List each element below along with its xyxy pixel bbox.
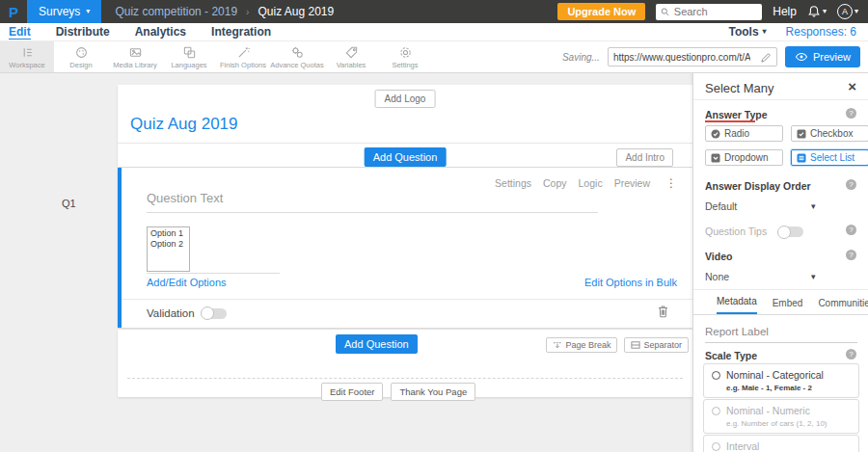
validation-toggle[interactable] bbox=[202, 308, 227, 319]
page-break-icon bbox=[553, 340, 562, 350]
answer-area-underline bbox=[147, 273, 280, 274]
chevron-down-icon: ▾ bbox=[854, 8, 858, 15]
toolbar-item-advance-quotas[interactable]: Advance Quotas bbox=[270, 41, 324, 72]
question-settings-link[interactable]: Settings bbox=[495, 177, 531, 189]
select-list-preview[interactable]: Option 1 Option 2 bbox=[147, 226, 190, 272]
toolbar-item-workspace[interactable]: Workspace bbox=[0, 41, 54, 72]
toolbar-item-settings[interactable]: Settings bbox=[378, 41, 432, 72]
video-help-icon[interactable]: ? bbox=[846, 250, 856, 260]
scale-option-nominal-categorical[interactable]: Nominal - Categorical e.g. Male - 1, Fem… bbox=[703, 363, 859, 398]
tools-menu-button[interactable]: Tools▾ bbox=[728, 25, 766, 39]
answer-type-label-text: Radio bbox=[724, 128, 749, 139]
search-input[interactable] bbox=[674, 6, 757, 17]
preview-button[interactable]: Preview bbox=[785, 46, 860, 67]
radio-icon[interactable] bbox=[712, 407, 720, 415]
edit-url-button[interactable] bbox=[755, 51, 776, 64]
dropdown-icon bbox=[711, 153, 720, 163]
nav-tab-edit[interactable]: Edit bbox=[9, 25, 31, 40]
media-library-icon bbox=[128, 45, 143, 60]
delete-question-button[interactable] bbox=[657, 305, 669, 322]
scale-option-interval[interactable]: Interval bbox=[703, 435, 859, 452]
toolbar-item-design[interactable]: Design bbox=[54, 41, 108, 72]
question-tips-help-icon[interactable]: ? bbox=[846, 225, 856, 235]
add-question-button-top[interactable]: Add Question bbox=[365, 147, 447, 167]
answer-display-order-select[interactable]: Default bbox=[705, 200, 737, 212]
question-copy-link[interactable]: Copy bbox=[543, 177, 567, 189]
answer-type-checkbox-button[interactable]: Checkbox bbox=[791, 125, 868, 142]
nav-tab-distribute[interactable]: Distribute bbox=[56, 25, 110, 39]
validation-label: Validation bbox=[147, 307, 195, 319]
question-actions: Settings Copy Logic Preview ⋮ bbox=[495, 176, 677, 190]
answer-type-select-list-button[interactable]: Select List bbox=[791, 149, 868, 166]
question-preview-link[interactable]: Preview bbox=[614, 177, 650, 189]
toolbar-item-variables[interactable]: Variables bbox=[324, 41, 378, 72]
answer-display-order-help-icon[interactable]: ? bbox=[846, 179, 856, 190]
toolbar-item-label: Design bbox=[69, 61, 92, 69]
help-link[interactable]: Help bbox=[773, 5, 797, 18]
red-annotation-underline bbox=[705, 120, 755, 122]
video-select[interactable]: None bbox=[705, 271, 729, 282]
panel-title: Select Many bbox=[705, 81, 774, 95]
search-icon bbox=[661, 7, 670, 17]
tab-metadata[interactable]: Metadata bbox=[717, 296, 757, 314]
radio-icon bbox=[711, 129, 720, 139]
add-logo-button[interactable]: Add Logo bbox=[375, 90, 436, 108]
answer-type-dropdown-button[interactable]: Dropdown bbox=[705, 149, 783, 166]
nav-tab-integration[interactable]: Integration bbox=[211, 25, 271, 39]
toggle-knob bbox=[777, 226, 791, 239]
chevron-down-icon[interactable]: ▾ bbox=[811, 201, 816, 211]
scale-option-example: e.g. Male - 1, Female - 2 bbox=[726, 384, 851, 392]
question-tips-toggle[interactable] bbox=[778, 226, 803, 237]
dashed-divider bbox=[127, 378, 683, 379]
account-menu-button[interactable]: A ▾ bbox=[837, 4, 858, 19]
close-icon[interactable]: × bbox=[848, 79, 856, 93]
survey-url-input[interactable] bbox=[609, 52, 755, 63]
responses-link[interactable]: Responses: 6 bbox=[786, 25, 856, 39]
preview-label: Preview bbox=[813, 51, 851, 63]
notifications-button[interactable]: ▾ bbox=[807, 5, 827, 18]
survey-title[interactable]: Quiz Aug 2019 bbox=[130, 115, 238, 134]
settings-icon bbox=[398, 45, 413, 60]
add-intro-button[interactable]: Add Intro bbox=[616, 148, 673, 167]
breadcrumb-parent[interactable]: Quiz competition - 2019 bbox=[115, 5, 237, 18]
search-box[interactable] bbox=[656, 4, 762, 20]
finish-options-icon bbox=[236, 45, 251, 60]
question-text-input[interactable] bbox=[147, 191, 598, 213]
option-item[interactable]: Option 1 bbox=[150, 228, 186, 239]
radio-icon[interactable] bbox=[712, 371, 720, 380]
report-label-input[interactable] bbox=[705, 326, 857, 343]
separator-button[interactable]: Separator bbox=[624, 337, 689, 353]
add-edit-options-link[interactable]: Add/Edit Options bbox=[147, 277, 227, 288]
upgrade-now-button[interactable]: Upgrade Now bbox=[557, 3, 645, 20]
question-number: Q1 bbox=[62, 198, 76, 209]
add-question-button-bottom[interactable]: Add Question bbox=[336, 334, 418, 354]
thank-you-page-button[interactable]: Thank You Page bbox=[391, 383, 475, 401]
workspace-icon bbox=[20, 45, 35, 60]
edit-footer-button[interactable]: Edit Footer bbox=[321, 383, 383, 401]
question-logic-link[interactable]: Logic bbox=[579, 177, 603, 189]
design-icon bbox=[74, 45, 89, 60]
surveys-menu-button[interactable]: Surveys ▾ bbox=[27, 0, 101, 23]
questionpro-logo[interactable]: P bbox=[0, 4, 27, 20]
option-item[interactable]: Option 2 bbox=[150, 239, 186, 250]
edit-options-in-bulk-link[interactable]: Edit Options in Bulk bbox=[584, 277, 677, 288]
toolbar-item-label: Variables bbox=[337, 61, 366, 69]
more-options-icon[interactable]: ⋮ bbox=[665, 176, 677, 190]
toolbar-item-media-library[interactable]: Media Library bbox=[108, 41, 162, 72]
toolbar-item-languages[interactable]: Languages bbox=[162, 41, 216, 72]
chevron-down-icon[interactable]: ▾ bbox=[811, 272, 816, 281]
tab-embed[interactable]: Embed bbox=[773, 298, 803, 314]
divider bbox=[693, 289, 868, 290]
scale-option-nominal-numeric[interactable]: Nominal - Numeric e.g. Number of cars (1… bbox=[703, 399, 859, 434]
scale-type-help-icon[interactable]: ? bbox=[846, 349, 856, 359]
tab-communities[interactable]: Communities bbox=[818, 298, 868, 314]
scale-option-name: Nominal - Categorical bbox=[726, 369, 824, 381]
toolbar-item-finish-options[interactable]: Finish Options bbox=[216, 41, 270, 72]
radio-icon[interactable] bbox=[712, 442, 720, 451]
bell-icon bbox=[807, 5, 821, 18]
answer-type-radio-button[interactable]: Radio bbox=[705, 125, 783, 142]
answer-type-help-icon[interactable]: ? bbox=[846, 108, 856, 119]
page-break-button[interactable]: Page Break bbox=[546, 337, 617, 353]
chevron-down-icon: ▾ bbox=[823, 8, 827, 15]
nav-tab-analytics[interactable]: Analytics bbox=[135, 25, 186, 39]
